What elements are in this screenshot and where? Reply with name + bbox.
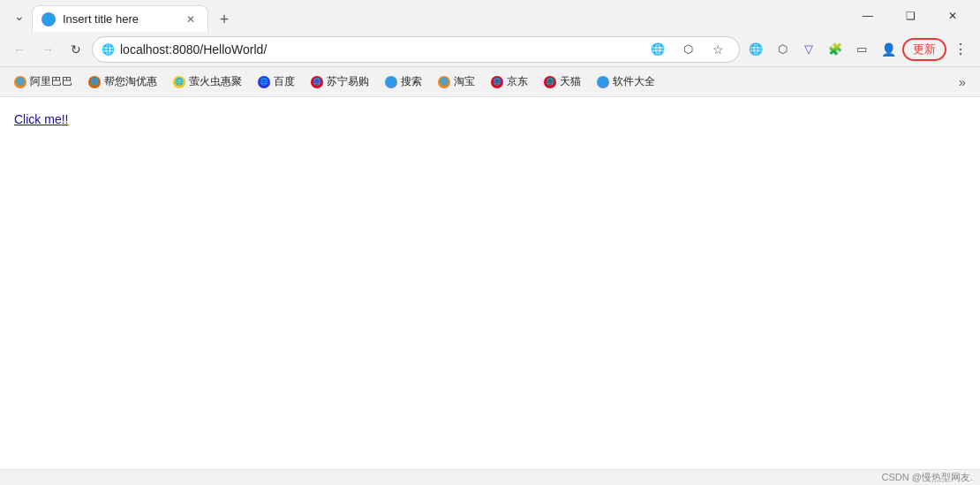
- page-content: Click me!!: [0, 97, 980, 469]
- click-me-link[interactable]: Click me!!: [14, 112, 68, 126]
- update-button[interactable]: 更新: [902, 38, 946, 61]
- vpn-icon[interactable]: ▽: [796, 37, 821, 62]
- share-icon[interactable]: ⬡: [675, 37, 700, 62]
- bookmark-favicon: 🌐: [544, 76, 556, 88]
- bookmark-label: 软件大全: [613, 74, 655, 89]
- bookmark-item[interactable]: 🌐淘宝: [431, 71, 482, 93]
- bookmark-label: 苏宁易购: [327, 74, 369, 89]
- bookmark-favicon: 🌐: [258, 76, 270, 88]
- bookmark-label: 天猫: [560, 74, 581, 89]
- translate-icon[interactable]: 🌐: [645, 37, 670, 62]
- new-tab-button[interactable]: +: [212, 7, 237, 32]
- toolbar: ← → ↻ 🌐 localhost:8080/HelloWorld/ 🌐 ⬡ ☆…: [0, 32, 980, 67]
- bookmark-item[interactable]: 🌐阿里巴巴: [7, 71, 79, 93]
- close-button[interactable]: ✕: [932, 2, 973, 30]
- translate-toolbar-icon[interactable]: 🌐: [743, 37, 768, 62]
- restore-button[interactable]: ❑: [890, 2, 931, 30]
- toolbar-icons: 🌐 ⬡ ▽ 🧩 ▭ 👤 更新 ⋮: [743, 37, 973, 62]
- tab-chevron[interactable]: ⌄: [7, 4, 32, 28]
- reload-button[interactable]: ↻: [64, 37, 88, 62]
- lock-icon: 🌐: [102, 43, 115, 56]
- extension-icon[interactable]: 🧩: [823, 37, 848, 62]
- menu-button[interactable]: ⋮: [948, 37, 973, 62]
- forward-button[interactable]: →: [35, 37, 60, 62]
- bookmark-favicon: 🌐: [597, 76, 609, 88]
- active-tab[interactable]: 🌐 Insert title here ✕: [32, 5, 208, 32]
- bookmark-favicon: 🌐: [438, 76, 450, 88]
- bookmark-item[interactable]: 🌐京东: [484, 71, 535, 93]
- tab-title: Insert title here: [63, 12, 176, 26]
- tab-close-button[interactable]: ✕: [183, 11, 199, 27]
- bookmark-item[interactable]: 🌐天猫: [537, 71, 588, 93]
- bookmark-label: 搜索: [401, 74, 422, 89]
- bookmark-item[interactable]: 🌐搜索: [378, 71, 429, 93]
- bookmark-favicon: 🌐: [311, 76, 323, 88]
- bookmark-label: 百度: [274, 74, 295, 89]
- bookmark-item[interactable]: 🌐帮您淘优惠: [81, 71, 164, 93]
- bookmark-label: 淘宝: [454, 74, 475, 89]
- statusbar: CSDN @慢热型网友.: [0, 469, 980, 485]
- bookmark-label: 京东: [507, 74, 528, 89]
- bookmark-favicon: 🌐: [385, 76, 397, 88]
- window-controls: — ❑ ✕: [848, 2, 973, 30]
- share-toolbar-icon[interactable]: ⬡: [770, 37, 795, 62]
- address-bar[interactable]: 🌐 localhost:8080/HelloWorld/ 🌐 ⬡ ☆: [92, 36, 740, 63]
- bookmark-item[interactable]: 🌐软件大全: [590, 71, 662, 93]
- bookmarks-bar: 🌐阿里巴巴🌐帮您淘优惠🌐萤火虫惠聚🌐百度🌐苏宁易购🌐搜索🌐淘宝🌐京东🌐天猫🌐软件…: [0, 67, 980, 97]
- url-display: localhost:8080/HelloWorld/: [120, 42, 640, 57]
- tab-area: 🌐 Insert title here ✕ +: [32, 0, 841, 32]
- bookmark-item[interactable]: 🌐萤火虫惠聚: [166, 71, 249, 93]
- minimize-button[interactable]: —: [848, 2, 888, 30]
- bookmark-star-icon[interactable]: ☆: [705, 37, 730, 62]
- sidebar-icon[interactable]: ▭: [849, 37, 874, 62]
- back-button[interactable]: ←: [7, 37, 32, 62]
- bookmark-item[interactable]: 🌐苏宁易购: [304, 71, 376, 93]
- bookmark-label: 萤火虫惠聚: [189, 74, 242, 89]
- statusbar-text: CSDN @慢热型网友.: [882, 471, 973, 484]
- bookmark-label: 帮您淘优惠: [104, 74, 157, 89]
- bookmark-favicon: 🌐: [173, 76, 185, 88]
- bookmark-favicon: 🌐: [14, 76, 26, 88]
- bookmark-favicon: 🌐: [491, 76, 503, 88]
- bookmark-label: 阿里巴巴: [30, 74, 72, 89]
- account-icon[interactable]: 👤: [876, 37, 901, 62]
- more-bookmarks-button[interactable]: »: [952, 72, 973, 93]
- titlebar: ⌄ 🌐 Insert title here ✕ + — ❑ ✕: [0, 0, 980, 32]
- bookmark-favicon: 🌐: [88, 76, 101, 88]
- tab-favicon: 🌐: [41, 12, 56, 27]
- bookmark-item[interactable]: 🌐百度: [251, 71, 302, 93]
